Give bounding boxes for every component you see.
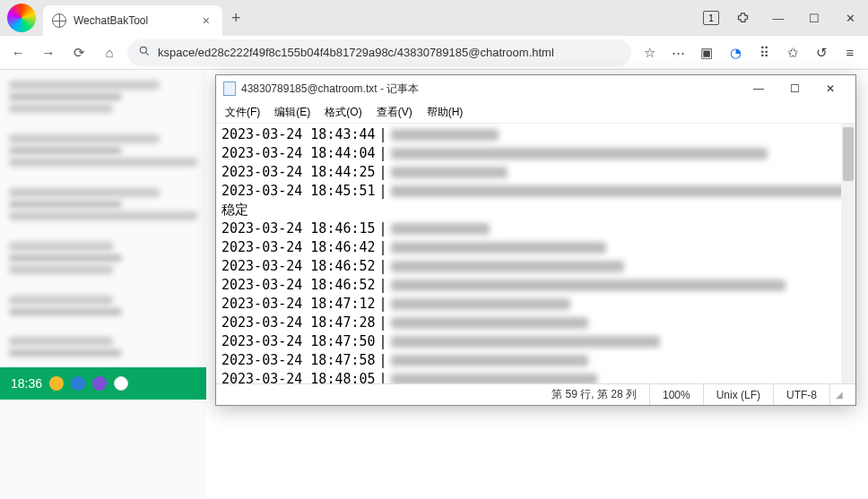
window-close-icon[interactable]: ✕ xyxy=(832,4,868,32)
svg-line-1 xyxy=(145,52,148,55)
text-line: 2023-03-24 18:47:58 | xyxy=(221,351,850,370)
scrollbar-vertical[interactable] xyxy=(841,124,855,383)
home-button[interactable]: ⌂ xyxy=(97,40,122,65)
forward-button[interactable]: → xyxy=(36,40,61,65)
resize-grip-icon[interactable]: ◢ xyxy=(829,384,855,405)
url-bar[interactable]: kspace/ed28c222f49f8c155b04f4b81729a98c/… xyxy=(127,39,631,66)
menu-edit[interactable]: 编辑(E) xyxy=(274,105,310,120)
text-line: 2023-03-24 18:47:28 | xyxy=(221,314,850,332)
search-icon xyxy=(138,45,151,60)
tab-title: WechatBakTool xyxy=(74,14,192,27)
notepad-menubar: 文件(F) 编辑(E) 格式(O) 查看(V) 帮助(H) xyxy=(216,102,855,124)
scrollbar-thumb[interactable] xyxy=(843,127,854,181)
text-line: 2023-03-24 18:45:51 | xyxy=(221,182,850,201)
notepad-window: 43830789185@chatroom.txt - 记事本 — ☐ ✕ 文件(… xyxy=(215,74,856,406)
chat-selected-time: 18:36 xyxy=(11,376,42,391)
menu-file[interactable]: 文件(F) xyxy=(225,105,260,120)
chat-item[interactable] xyxy=(0,231,206,285)
notepad-file-icon xyxy=(223,82,236,96)
text-line: 2023-03-24 18:43:44 | xyxy=(221,125,850,144)
tab-close-icon[interactable]: × xyxy=(199,13,213,28)
chat-item[interactable] xyxy=(0,124,206,177)
apps-grid-icon[interactable]: ⠿ xyxy=(751,40,777,65)
notepad-title: 43830789185@chatroom.txt - 记事本 xyxy=(241,82,741,97)
window-minimize-icon[interactable]: — xyxy=(760,4,796,32)
chat-item[interactable] xyxy=(0,326,206,367)
chat-item[interactable] xyxy=(0,177,206,231)
favorites-icon[interactable]: ✩ xyxy=(780,40,805,65)
new-tab-button[interactable]: + xyxy=(222,9,250,28)
notepad-statusbar: 第 59 行, 第 28 列 100% Unix (LF) UTF-8 ◢ xyxy=(216,383,855,405)
chat-sidebar: 18:36 xyxy=(0,70,206,499)
chat-item-selected[interactable]: 18:36 xyxy=(0,367,206,400)
back-button[interactable]: ← xyxy=(5,40,30,65)
tab-count-badge[interactable]: 1 xyxy=(703,11,719,25)
extensions-icon[interactable] xyxy=(725,4,760,32)
text-line: 2023-03-24 18:47:12 | xyxy=(221,295,850,314)
menu-view[interactable]: 查看(V) xyxy=(377,105,412,120)
text-line: 2023-03-24 18:44:04 | xyxy=(221,144,850,163)
text-line: 2023-03-24 18:46:42 | xyxy=(221,238,850,257)
status-encoding: UTF-8 xyxy=(773,384,829,405)
status-dot-icon xyxy=(71,376,85,391)
menu-help[interactable]: 帮助(H) xyxy=(427,105,464,120)
status-dot-icon xyxy=(92,376,107,391)
text-line: 2023-03-24 18:46:52 | xyxy=(221,276,850,295)
globe-icon xyxy=(52,13,66,28)
chat-item[interactable] xyxy=(0,285,206,326)
text-line: 2023-03-24 18:44:25 | xyxy=(221,163,850,182)
status-eol: Unix (LF) xyxy=(703,384,773,405)
status-dot-icon xyxy=(114,376,128,391)
notepad-minimize-icon[interactable]: — xyxy=(741,76,777,101)
bookmark-star-icon[interactable]: ☆ xyxy=(637,40,662,65)
url-text: kspace/ed28c222f49f8c155b04f4b81729a98c/… xyxy=(158,46,554,59)
browser-tab[interactable]: WechatBakTool × xyxy=(43,5,222,36)
window-maximize-icon[interactable]: ☐ xyxy=(796,4,832,32)
reload-button[interactable]: ⟳ xyxy=(66,40,91,65)
browser-app-icon xyxy=(7,4,36,32)
text-line: 2023-03-24 18:48:05 | xyxy=(221,370,850,383)
text-line: 2023-03-24 18:47:50 | xyxy=(221,332,850,351)
hamburger-menu-icon[interactable]: ≡ xyxy=(838,40,863,65)
status-cursor-pos: 第 59 行, 第 28 列 xyxy=(539,384,649,405)
notepad-maximize-icon[interactable]: ☐ xyxy=(777,76,812,101)
more-icon[interactable]: ⋯ xyxy=(665,40,690,65)
browser-toolbar: ← → ⟳ ⌂ kspace/ed28c222f49f8c155b04f4b81… xyxy=(0,36,868,70)
notepad-close-icon[interactable]: ✕ xyxy=(812,76,848,101)
notepad-titlebar[interactable]: 43830789185@chatroom.txt - 记事本 — ☐ ✕ xyxy=(216,75,855,102)
extension-cloud-icon[interactable]: ◔ xyxy=(723,40,748,65)
svg-point-0 xyxy=(140,47,146,53)
chat-item[interactable] xyxy=(0,70,206,124)
status-dot-icon xyxy=(49,376,64,391)
menu-format[interactable]: 格式(O) xyxy=(325,105,361,120)
history-icon[interactable]: ↺ xyxy=(809,40,834,65)
page-content: 18:36 43830789185@chatroom.txt - 记事本 — ☐… xyxy=(0,70,868,499)
notepad-textarea[interactable]: 2023-03-24 18:43:44 | 2023-03-24 18:44:0… xyxy=(216,124,855,383)
extension-panda-icon[interactable]: ▣ xyxy=(694,40,719,65)
status-zoom: 100% xyxy=(649,384,703,405)
browser-titlebar: WechatBakTool × + 1 — ☐ ✕ xyxy=(0,0,868,36)
text-line: 稳定 xyxy=(221,201,850,219)
text-line: 2023-03-24 18:46:52 | xyxy=(221,257,850,276)
text-line: 2023-03-24 18:46:15 | xyxy=(221,219,850,238)
